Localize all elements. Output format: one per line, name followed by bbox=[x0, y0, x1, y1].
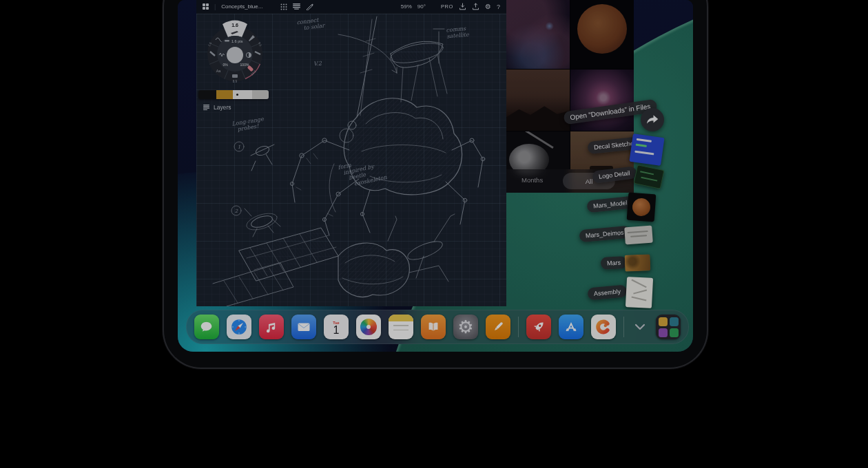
drag-thumb-mars-model[interactable] bbox=[627, 193, 657, 222]
assembly-sketch-line bbox=[632, 279, 647, 288]
precision-grid-icon[interactable] bbox=[280, 3, 287, 10]
chevron-down-icon bbox=[634, 323, 645, 330]
probe-number-2: 2 bbox=[235, 209, 238, 214]
dock-app-safari[interactable] bbox=[227, 315, 251, 339]
size-label-fill: 8.9 bbox=[233, 80, 238, 83]
dock-app-appstore[interactable] bbox=[559, 315, 583, 339]
logo-sketch-line bbox=[641, 177, 658, 181]
settings-gear-glyph: ⚙ bbox=[457, 318, 473, 336]
zoom-level[interactable]: 59% bbox=[401, 3, 412, 10]
dock-divider bbox=[623, 317, 624, 337]
settings-gear-icon[interactable]: ⚙ bbox=[485, 3, 491, 10]
ipad-screen: | Concepts_blue... 59% 90° bbox=[178, 0, 693, 352]
notes-line bbox=[393, 330, 409, 331]
dock-app-concepts[interactable] bbox=[486, 315, 510, 339]
safari-compass-icon bbox=[230, 318, 248, 336]
layers-label: Layers bbox=[214, 104, 231, 111]
dock-app-mail[interactable] bbox=[291, 315, 316, 339]
pro-badge[interactable]: PRO bbox=[441, 3, 453, 10]
dock-chevron-button[interactable] bbox=[632, 315, 648, 339]
drag-label-mars[interactable]: Mars bbox=[601, 256, 628, 270]
app-grid-icon[interactable] bbox=[203, 3, 209, 10]
books-open-book-icon bbox=[426, 319, 441, 334]
photos-panel: Months All bbox=[506, 0, 634, 193]
mars-model-planet bbox=[632, 198, 651, 217]
deimos-sketch-line bbox=[628, 231, 648, 233]
ipad-device-frame: | Concepts_blue... 59% 90° bbox=[164, 0, 707, 368]
opacity-max-label: 100% bbox=[240, 63, 249, 67]
assembly-sketch-line bbox=[633, 289, 647, 294]
wheel-center-knob[interactable] bbox=[227, 47, 243, 63]
layers-list-icon bbox=[203, 105, 209, 110]
probe-number-1: 1 bbox=[238, 145, 240, 150]
music-note-icon bbox=[264, 319, 279, 334]
swatch-gray[interactable] bbox=[252, 90, 269, 99]
dock-app-settings[interactable]: ⚙ bbox=[453, 315, 478, 339]
concepts-app-window: | Concepts_blue... 59% 90° bbox=[196, 0, 506, 306]
swatch-selected-dot bbox=[236, 94, 238, 96]
layers-stack-icon[interactable] bbox=[293, 3, 300, 10]
dock-app-messages[interactable] bbox=[194, 315, 219, 339]
export-share-icon[interactable] bbox=[472, 3, 479, 10]
decal-text-line bbox=[636, 144, 647, 147]
pen-ruler-icon[interactable] bbox=[306, 3, 313, 10]
swatch-black[interactable] bbox=[198, 90, 216, 99]
share-forward-button[interactable] bbox=[641, 108, 664, 131]
dock-app-rocket[interactable] bbox=[526, 315, 551, 339]
drag-thumb-assembly[interactable] bbox=[626, 277, 653, 308]
notes-yellow-band bbox=[389, 315, 413, 321]
dock-app-notes[interactable] bbox=[389, 315, 413, 339]
annotation-comms-satellite: comms satellite bbox=[446, 25, 469, 40]
notes-line bbox=[393, 325, 409, 326]
active-tool-size: 1.6 bbox=[231, 23, 238, 28]
tab-months[interactable]: Months bbox=[521, 176, 543, 184]
drag-thumb-mars-deimos[interactable] bbox=[624, 226, 653, 245]
decal-text-line bbox=[637, 138, 652, 142]
assembly-sketch-line bbox=[632, 297, 647, 301]
decal-text-line bbox=[634, 151, 654, 156]
dock-app-library[interactable] bbox=[656, 315, 681, 339]
c-swirl-icon bbox=[595, 318, 612, 336]
swatch-gold[interactable] bbox=[216, 90, 233, 99]
color-palette-bar[interactable] bbox=[198, 90, 269, 99]
brush-size-pts: 1.6 pts bbox=[231, 39, 243, 43]
logo-sketch-line bbox=[640, 171, 654, 175]
dock-app-calendar[interactable]: Tue 1 bbox=[324, 315, 349, 339]
dock: Tue 1 ⚙ bbox=[186, 310, 689, 344]
photos-flower-icon bbox=[360, 319, 377, 335]
rocket-icon bbox=[530, 319, 547, 335]
dock-app-photos[interactable] bbox=[356, 315, 381, 339]
deimos-sketch-line bbox=[630, 235, 647, 237]
stage: | Concepts_blue... 59% 90° bbox=[0, 0, 868, 468]
drag-thumb-mars-map[interactable] bbox=[625, 254, 651, 271]
mail-envelope-icon bbox=[296, 319, 312, 335]
dock-app-c-swirl[interactable] bbox=[591, 315, 616, 339]
forward-arrow-icon bbox=[646, 114, 659, 125]
annotation-version: V.2 bbox=[313, 61, 322, 67]
help-icon[interactable]: ? bbox=[497, 3, 500, 10]
import-icon[interactable] bbox=[459, 3, 466, 10]
messages-bubble-icon bbox=[199, 319, 214, 334]
app-library-grid-icon bbox=[659, 317, 679, 337]
appstore-a-icon bbox=[563, 319, 579, 335]
opacity-min-label: 0% bbox=[223, 63, 228, 67]
toolbar-separator: | bbox=[214, 3, 216, 10]
calendar-day: 1 bbox=[333, 325, 340, 336]
document-title[interactable]: Concepts_blue... bbox=[221, 3, 262, 10]
drag-thumb-decal-sketches[interactable] bbox=[629, 134, 664, 166]
dock-divider bbox=[518, 317, 519, 337]
dock-app-music[interactable] bbox=[259, 315, 284, 339]
layers-button[interactable]: Layers bbox=[203, 104, 231, 111]
photos-dim-overlay bbox=[506, 0, 634, 193]
concepts-pen-icon bbox=[490, 319, 506, 335]
concepts-toolbar: | Concepts_blue... 59% 90° bbox=[196, 0, 506, 14]
text-style-segment: Aa bbox=[216, 69, 222, 73]
rotation-angle[interactable]: 90° bbox=[417, 3, 426, 10]
dock-app-books[interactable] bbox=[421, 315, 446, 339]
tool-wheel[interactable]: 1.6 Aa 1.5 9.5 14.5 8. bbox=[202, 15, 268, 88]
